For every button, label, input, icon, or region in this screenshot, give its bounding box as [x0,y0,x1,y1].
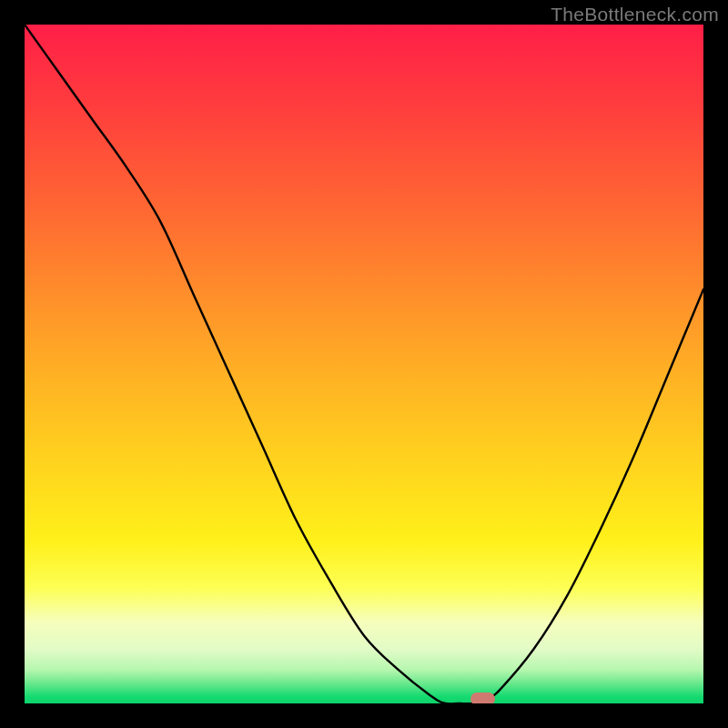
chart-frame: TheBottleneck.com [0,0,728,728]
bottleneck-curve [25,25,703,703]
watermark-text: TheBottleneck.com [551,4,719,25]
curve-path [25,25,703,703]
optimal-marker-pill [470,693,495,703]
plot-area [25,25,703,703]
